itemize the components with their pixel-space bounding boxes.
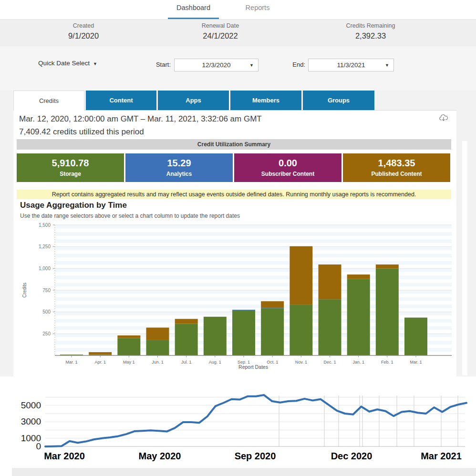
quick-date-select-label: Quick Date Select	[38, 60, 90, 67]
published-content-label: Published Content	[343, 171, 450, 177]
tab-reports[interactable]: Reports	[236, 4, 279, 11]
svg-text:250: 250	[42, 331, 51, 336]
svg-text:Dec. 1: Dec. 1	[323, 360, 336, 365]
report-tab-apps[interactable]: Apps	[158, 91, 229, 110]
stat-box-analytics: 15.29 Analytics	[125, 153, 233, 182]
svg-text:750: 750	[42, 288, 51, 293]
created-label: Created	[26, 22, 141, 29]
created-info: Created 9/1/2020	[26, 22, 141, 41]
stat-box-published-content: 1,483.35 Published Content	[343, 153, 450, 182]
svg-text:3000: 3000	[21, 416, 41, 426]
cumulative-chart-panel: 5000300010000Mar 2020May 2020Sep 2020Dec…	[0, 376, 476, 468]
published-content-value: 1,483.35	[343, 158, 450, 169]
svg-text:Mar 2020: Mar 2020	[44, 451, 85, 461]
report-tab-content[interactable]: Content	[86, 91, 156, 110]
quick-date-select[interactable]: Quick Date Select▼	[38, 60, 97, 67]
svg-text:Jun. 1: Jun. 1	[152, 360, 164, 365]
usage-bar-chart[interactable]: 2505007501,0001,2501,500Mar. 1Apr. 1May …	[14, 220, 458, 375]
credits-remaining-info: Credits Remaining 2,392.33	[313, 22, 428, 41]
aggregation-notice: Report contains aggregated results and m…	[17, 190, 451, 199]
svg-text:1,500: 1,500	[39, 223, 51, 228]
svg-text:May 2020: May 2020	[139, 451, 181, 461]
end-date-select[interactable]: 11/3/2021 ▼	[308, 59, 394, 71]
svg-text:Aug. 1: Aug. 1	[209, 360, 221, 365]
end-date-value: 11/3/2021	[337, 61, 365, 69]
svg-text:Jul. 1: Jul. 1	[181, 360, 192, 365]
svg-text:Jan. 1: Jan. 1	[352, 360, 364, 365]
svg-text:Apr. 1: Apr. 1	[94, 360, 106, 365]
page: Dashboard Reports Created 9/1/2020 Renew…	[0, 0, 476, 476]
svg-text:Report Dates: Report Dates	[238, 364, 268, 370]
caret-down-icon: ▼	[249, 63, 254, 68]
svg-text:Mar. 1: Mar. 1	[410, 360, 422, 365]
scrollbar[interactable]	[462, 141, 467, 375]
tab-dashboard[interactable]: Dashboard	[168, 4, 219, 11]
end-label: End:	[291, 61, 305, 68]
renewal-info: Renewal Date 24/1/2022	[163, 22, 278, 41]
cloud-download-icon[interactable]	[439, 113, 449, 122]
caret-down-icon: ▼	[385, 63, 389, 68]
stat-box-storage: 5,910.78 Storage	[17, 153, 124, 182]
report-date-range: Mar. 12, 2020, 12:00:00 am GMT – Mar. 11…	[19, 114, 262, 124]
svg-text:Credits: Credits	[22, 283, 27, 298]
renewal-value: 24/1/2022	[163, 31, 278, 41]
created-value: 9/1/2020	[26, 31, 141, 41]
credits-utilized-text: 7,409.42 credits utilized this period	[19, 127, 144, 137]
analytics-label: Analytics	[125, 171, 233, 177]
svg-text:Feb. 1: Feb. 1	[381, 360, 393, 365]
report-tab-credits[interactable]: Credits	[13, 91, 84, 111]
date-controls-band: Quick Date Select▼ Start: 12/3/2020 ▼ En…	[0, 46, 476, 91]
stat-box-subscriber-content: 0.00 Subscriber Content	[234, 153, 341, 182]
renewal-label: Renewal Date	[163, 22, 278, 29]
storage-label: Storage	[17, 171, 124, 177]
svg-text:Dec 2020: Dec 2020	[331, 451, 373, 461]
bottom-strip	[12, 468, 476, 476]
subscriber-content-label: Subscriber Content	[234, 171, 341, 177]
analytics-value: 15.29	[125, 158, 233, 169]
start-date-value: 12/3/2020	[202, 61, 230, 69]
cumulative-line-chart: 5000300010000Mar 2020May 2020Sep 2020Dec…	[0, 376, 476, 468]
report-tab-groups[interactable]: Groups	[303, 91, 374, 110]
svg-text:Mar. 1: Mar. 1	[65, 360, 77, 365]
svg-text:May 1: May 1	[123, 360, 135, 365]
svg-text:1,000: 1,000	[39, 266, 51, 271]
storage-value: 5,910.78	[17, 158, 124, 169]
start-date-select[interactable]: 12/3/2020 ▼	[174, 59, 259, 71]
svg-text:Oct. 1: Oct. 1	[267, 360, 278, 365]
svg-text:500: 500	[42, 309, 51, 314]
report-tab-members[interactable]: Members	[230, 91, 301, 110]
credits-remaining-label: Credits Remaining	[313, 22, 428, 29]
credit-utilization-summary-bar: Credit Utilization Summary	[17, 139, 451, 150]
usage-chart-title: Usage Aggregation by Time	[20, 201, 127, 210]
subscriber-content-value: 0.00	[234, 158, 341, 169]
svg-text:Nov. 1: Nov. 1	[295, 360, 307, 365]
start-label: Start:	[155, 61, 171, 68]
credits-remaining-value: 2,392.33	[313, 31, 428, 41]
svg-text:1,250: 1,250	[39, 244, 51, 249]
svg-text:5000: 5000	[21, 400, 41, 410]
svg-text:Sep 2020: Sep 2020	[235, 451, 276, 461]
svg-text:0: 0	[36, 441, 41, 451]
usage-chart-subtitle: Use the date range selectors above or se…	[20, 213, 240, 219]
top-nav: Dashboard Reports	[0, 0, 476, 19]
svg-text:Mar 2021: Mar 2021	[421, 451, 462, 461]
account-info-band: Created 9/1/2020 Renewal Date 24/1/2022 …	[0, 19, 476, 47]
caret-down-icon: ▼	[93, 61, 97, 66]
